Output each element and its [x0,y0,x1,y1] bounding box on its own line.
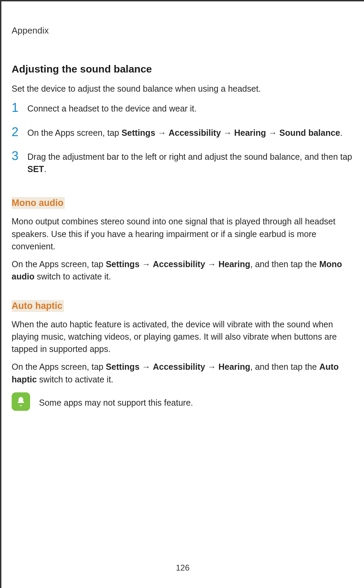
step-number: 2 [12,125,25,139]
step-1: 1 Connect a headset to the device and we… [12,101,354,115]
arrow-icon: → [155,128,169,138]
haptic-para1: When the auto haptic feature is activate… [12,318,354,355]
step-2: 2 On the Apps screen, tap Settings → Acc… [12,125,354,139]
arrow-icon: → [205,362,219,371]
text: . [44,164,47,174]
nav-bold: Hearing [234,128,266,138]
mono-title: Mono audio [12,197,65,209]
step-3: 3 Drag the adjustment bar to the left or… [12,149,354,175]
haptic-para2: On the Apps screen, tap Settings → Acces… [12,361,354,386]
mono-para1: Mono output combines stereo sound into o… [12,215,354,252]
page: DRAFT, Not FINAL Appendix Adjusting the … [0,0,364,588]
text: switch to activate it. [37,375,114,384]
page-header: Appendix [12,25,354,36]
step-text: On the Apps screen, tap Settings → Acces… [27,127,354,139]
arrow-icon: → [266,128,280,138]
text: On the Apps screen, tap [12,362,106,371]
nav-bold: Accessibility [153,259,205,269]
arrow-icon: → [221,128,234,138]
nav-bold: Settings [121,128,155,138]
text: On the Apps screen, tap [27,128,121,138]
text: Drag the adjustment bar to the left or r… [27,152,352,161]
step-text: Connect a headset to the device and wear… [27,102,354,115]
nav-bold: Sound balance [279,128,340,138]
arrow-icon: → [205,259,219,269]
mono-para2: On the Apps screen, tap Settings → Acces… [12,258,354,283]
text: switch to activate it. [35,272,111,281]
text: On the Apps screen, tap [12,259,106,269]
haptic-title: Auto haptic [12,300,64,312]
step-number: 1 [12,101,25,115]
step-number: 3 [12,149,25,163]
page-number: 126 [1,563,364,573]
nav-bold: Settings [106,259,140,269]
steps-list: 1 Connect a headset to the device and we… [12,101,354,175]
arrow-icon: → [140,259,153,269]
note-text: Some apps may not support this feature. [39,396,193,409]
text: , and then tap the [250,259,320,269]
nav-bold: Hearing [218,259,250,269]
note-block: Some apps may not support this feature. [12,392,354,414]
arrow-icon: → [140,362,153,371]
nav-bold: Settings [106,362,140,371]
nav-bold: SET [27,164,44,174]
nav-bold: Hearing [218,362,250,371]
text: , and then tap the [250,362,320,371]
section-title: Adjusting the sound balance [12,63,354,75]
nav-bold: Accessibility [169,128,221,138]
section-intro: Set the device to adjust the sound balan… [12,82,354,95]
step-text: Drag the adjustment bar to the left or r… [27,151,354,175]
text: . [340,128,342,138]
nav-bold: Accessibility [153,362,205,371]
bell-icon [12,392,30,411]
